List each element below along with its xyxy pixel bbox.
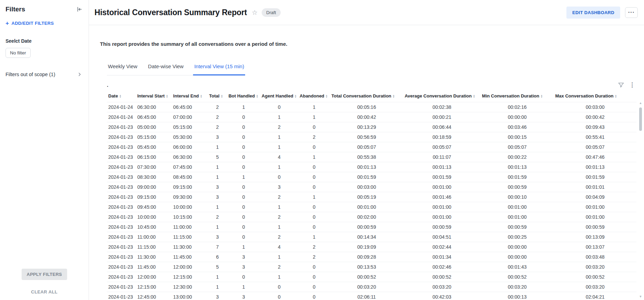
table-cell: 2024-01-23 <box>107 132 136 142</box>
table-row: 2024-01-2307:30:0007:45:00101000:01:1300… <box>107 162 636 172</box>
column-header-total[interactable]: Total▴▾ <box>208 90 227 102</box>
sort-icon[interactable]: ▴▾ <box>295 94 296 98</box>
column-header-min-conversation-duration[interactable]: Min Conversation Duration▴▾ <box>481 90 554 102</box>
table-cell: 2024-01-23 <box>107 192 136 202</box>
table-body: 2024-01-2406:30:0006:45:00210100:05:1600… <box>107 102 636 300</box>
sort-icon[interactable]: ▴▾ <box>120 94 121 98</box>
table-cell: 1 <box>260 132 298 142</box>
table-cell: 00:01:00 <box>481 202 554 212</box>
table-cell: 5 <box>208 152 227 162</box>
table-cell: 07:00:00 <box>172 112 208 122</box>
table-row: 2024-01-2306:15:0006:30:00504100:55:3800… <box>107 152 636 162</box>
column-header-max-conversation-duration[interactable]: Max Conversation Duration▴▾ <box>554 90 636 102</box>
sort-icon[interactable]: ▴▾ <box>473 94 475 98</box>
column-header-date[interactable]: Date▴▾ <box>107 90 136 102</box>
column-header-average-conversation-duration[interactable]: Average Conversation Duration▴▾ <box>403 90 481 102</box>
table-cell: 00:04:51 <box>403 232 481 242</box>
table-cell: 11:45:00 <box>136 262 172 272</box>
column-header-interval-end[interactable]: Interval End▴▾ <box>172 90 208 102</box>
more-options-button[interactable]: ··· <box>625 7 638 18</box>
table-cell: 1 <box>208 222 227 232</box>
sort-icon[interactable]: ▴▾ <box>167 94 168 98</box>
table-cell: 00:00:42 <box>554 112 636 122</box>
table-cell: 00:11:07 <box>403 152 481 162</box>
table-cell: 00:01:13 <box>330 162 403 172</box>
table-cell: 2024-01-23 <box>107 152 136 162</box>
table-cell: 2 <box>208 112 227 122</box>
clear-all-button[interactable]: CLEAR ALL <box>0 289 89 294</box>
kebab-menu-icon[interactable]: ⋮ <box>629 82 635 88</box>
table-cell: 1 <box>260 222 298 232</box>
table-cell: 00:02:00 <box>330 212 403 222</box>
tab-interval-view-15-min[interactable]: Interval View (15 min) <box>193 59 245 75</box>
ellipsis-icon: ··· <box>628 10 635 15</box>
sort-icon[interactable]: ▴▾ <box>541 94 542 98</box>
table-cell: 3 <box>208 292 227 300</box>
table-cell: 0 <box>227 232 260 242</box>
table-cell: 2 <box>298 242 330 252</box>
scroll-down-arrow-icon[interactable]: ▼ <box>639 295 642 298</box>
table-cell: 2 <box>260 232 298 242</box>
table-cell: 11:15:00 <box>136 242 172 252</box>
table-cell: 06:45:00 <box>136 112 172 122</box>
dashboard-header: Historical Conversation Summary Report ☆… <box>89 0 644 25</box>
table-cell: 00:05:19 <box>330 192 403 202</box>
table-cell: 06:00:00 <box>172 142 208 152</box>
table-cell: 2024-01-23 <box>107 222 136 232</box>
column-header-label: Max Conversation Duration <box>555 93 613 99</box>
table-cell: 2024-01-23 <box>107 122 136 132</box>
interval-summary-table: Date▴▾Interval Start▴▾Interval End▴▾Tota… <box>107 90 636 300</box>
table-cell: 1 <box>208 172 227 182</box>
column-header-label: Interval End <box>173 93 199 99</box>
table-cell: 0 <box>260 282 298 292</box>
table-cell: 00:00:52 <box>330 272 403 282</box>
table-cell: 1 <box>260 202 298 212</box>
column-header-agent-handled[interactable]: Agent Handled▴▾ <box>260 90 298 102</box>
table-cell: 00:03:48 <box>554 252 636 262</box>
column-header-abandoned[interactable]: Abandoned▴▾ <box>298 90 330 102</box>
column-header-bot-handled[interactable]: Bot Handled▴▾ <box>227 90 260 102</box>
table-cell: 1 <box>208 202 227 212</box>
tab-weekly-view[interactable]: Weekly View <box>107 59 138 75</box>
table-cell: 7 <box>208 242 227 252</box>
sort-icon[interactable]: ▴▾ <box>326 94 328 98</box>
column-header-interval-start[interactable]: Interval Start▴▾ <box>136 90 172 102</box>
sidebar-header: Filters <box>6 6 83 13</box>
add-edit-filters-button[interactable]: + ADD/EDIT FILTERS <box>6 21 83 26</box>
edit-dashboard-button[interactable]: EDIT DASHBOARD <box>566 7 620 19</box>
apply-filters-button[interactable]: APPLY FILTERS <box>21 269 67 280</box>
table-cell: 2024-01-23 <box>107 212 136 222</box>
table-cell: 0 <box>227 142 260 152</box>
table-cell: 0 <box>298 222 330 232</box>
table-cell: 2024-01-23 <box>107 142 136 152</box>
sort-icon[interactable]: ▴▾ <box>221 94 223 98</box>
table-cell: 09:30:00 <box>172 192 208 202</box>
filter-funnel-icon[interactable] <box>618 82 624 88</box>
table-cell: 00:13:07 <box>554 242 636 252</box>
table-cell: 3 <box>227 292 260 300</box>
sort-icon[interactable]: ▴▾ <box>393 94 394 98</box>
column-header-label: Bot Handled <box>229 93 255 99</box>
table-cell: 1 <box>260 112 298 122</box>
table-cell: 00:03:46 <box>481 122 554 132</box>
sort-icon[interactable]: ▴▾ <box>615 94 617 98</box>
column-header-total-conversation-duration[interactable]: Total Conversation Duration▴▾ <box>330 90 403 102</box>
scrollbar-thumb[interactable] <box>639 107 642 131</box>
table-scrollbar[interactable]: ▲ ▼ <box>638 102 643 298</box>
table-cell: 0 <box>227 122 260 132</box>
filters-out-of-scope-row[interactable]: Filters out of scope (1) <box>6 72 83 77</box>
table-cell: 00:00:52 <box>554 272 636 282</box>
collapse-sidebar-button[interactable] <box>76 6 83 13</box>
table-cell: 1 <box>208 282 227 292</box>
sort-icon[interactable]: ▴▾ <box>256 94 258 98</box>
scroll-up-arrow-icon[interactable]: ▲ <box>639 102 642 105</box>
table-cell: 1 <box>298 232 330 242</box>
no-filter-chip[interactable]: No filter <box>6 48 31 58</box>
tab-date-wise-view[interactable]: Date-wise View <box>147 59 184 75</box>
report-table: Date▴▾Interval Start▴▾Interval End▴▾Tota… <box>107 90 636 300</box>
star-icon[interactable]: ☆ <box>252 9 258 16</box>
status-badge: Draft <box>262 8 280 17</box>
table-cell: 00:00:21 <box>403 112 481 122</box>
table-cell: 3 <box>208 232 227 242</box>
sort-icon[interactable]: ▴▾ <box>201 94 202 98</box>
